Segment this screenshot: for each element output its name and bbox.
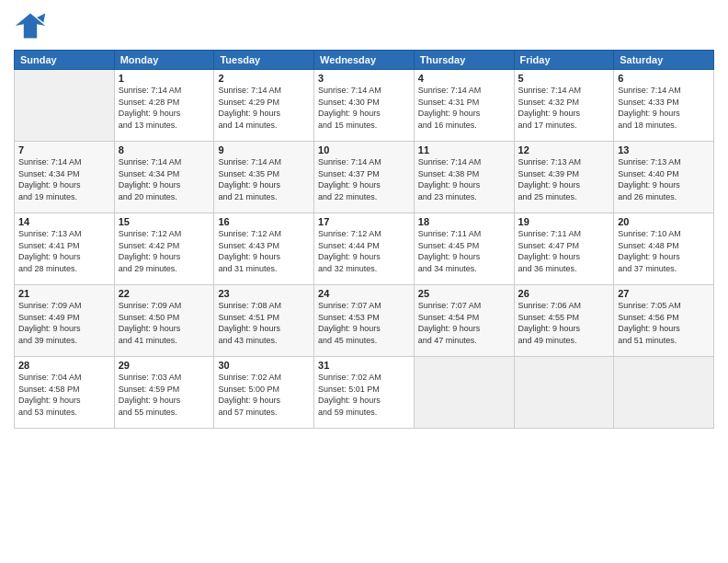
calendar-cell: 23Sunrise: 7:08 AM Sunset: 4:51 PM Dayli… (214, 285, 314, 357)
calendar-cell (614, 357, 714, 429)
calendar-week-0: 1Sunrise: 7:14 AM Sunset: 4:28 PM Daylig… (15, 70, 714, 142)
day-number: 23 (218, 288, 310, 299)
calendar-week-1: 7Sunrise: 7:14 AM Sunset: 4:34 PM Daylig… (15, 142, 714, 213)
day-number: 24 (318, 288, 410, 299)
calendar-cell: 19Sunrise: 7:11 AM Sunset: 4:47 PM Dayli… (514, 213, 614, 285)
calendar-cell: 9Sunrise: 7:14 AM Sunset: 4:35 PM Daylig… (214, 142, 314, 213)
calendar-cell: 7Sunrise: 7:14 AM Sunset: 4:34 PM Daylig… (15, 142, 115, 213)
calendar-cell: 5Sunrise: 7:14 AM Sunset: 4:32 PM Daylig… (514, 70, 614, 142)
day-info: Sunrise: 7:14 AM Sunset: 4:34 PM Dayligh… (18, 156, 110, 202)
day-number: 14 (18, 216, 110, 227)
calendar-cell: 1Sunrise: 7:14 AM Sunset: 4:28 PM Daylig… (114, 70, 214, 142)
day-number: 7 (18, 144, 110, 155)
calendar-cell: 30Sunrise: 7:02 AM Sunset: 5:00 PM Dayli… (214, 357, 314, 429)
day-number: 12 (518, 144, 610, 155)
calendar-cell: 27Sunrise: 7:05 AM Sunset: 4:56 PM Dayli… (614, 285, 714, 357)
day-info: Sunrise: 7:06 AM Sunset: 4:55 PM Dayligh… (518, 300, 610, 346)
calendar-cell: 20Sunrise: 7:10 AM Sunset: 4:48 PM Dayli… (614, 213, 714, 285)
day-number: 16 (218, 216, 310, 227)
calendar-cell: 11Sunrise: 7:14 AM Sunset: 4:38 PM Dayli… (414, 142, 514, 213)
day-info: Sunrise: 7:14 AM Sunset: 4:31 PM Dayligh… (418, 85, 510, 131)
day-number: 25 (418, 288, 510, 299)
calendar-week-2: 14Sunrise: 7:13 AM Sunset: 4:41 PM Dayli… (15, 213, 714, 285)
day-number: 13 (618, 144, 710, 155)
day-info: Sunrise: 7:03 AM Sunset: 4:59 PM Dayligh… (119, 372, 210, 418)
weekday-header-friday: Friday (514, 51, 614, 70)
day-number: 3 (318, 73, 410, 84)
day-info: Sunrise: 7:12 AM Sunset: 4:44 PM Dayligh… (318, 228, 410, 274)
weekday-header-row: SundayMondayTuesdayWednesdayThursdayFrid… (15, 51, 714, 70)
day-info: Sunrise: 7:09 AM Sunset: 4:50 PM Dayligh… (119, 300, 210, 346)
day-info: Sunrise: 7:14 AM Sunset: 4:33 PM Dayligh… (618, 85, 710, 131)
day-info: Sunrise: 7:14 AM Sunset: 4:28 PM Dayligh… (119, 85, 210, 131)
day-info: Sunrise: 7:12 AM Sunset: 4:42 PM Dayligh… (119, 228, 210, 274)
day-number: 29 (119, 360, 210, 371)
day-number: 10 (318, 144, 410, 155)
day-info: Sunrise: 7:11 AM Sunset: 4:47 PM Dayligh… (518, 228, 610, 274)
day-number: 1 (119, 73, 210, 84)
day-info: Sunrise: 7:02 AM Sunset: 5:00 PM Dayligh… (218, 372, 310, 418)
calendar-cell: 15Sunrise: 7:12 AM Sunset: 4:42 PM Dayli… (114, 213, 214, 285)
day-number: 22 (119, 288, 210, 299)
calendar-header: SundayMondayTuesdayWednesdayThursdayFrid… (15, 51, 714, 70)
weekday-header-thursday: Thursday (414, 51, 514, 70)
weekday-header-tuesday: Tuesday (214, 51, 314, 70)
calendar-cell: 24Sunrise: 7:07 AM Sunset: 4:53 PM Dayli… (314, 285, 415, 357)
day-number: 5 (518, 73, 610, 84)
day-number: 19 (518, 216, 610, 227)
day-info: Sunrise: 7:08 AM Sunset: 4:51 PM Dayligh… (218, 300, 310, 346)
day-info: Sunrise: 7:13 AM Sunset: 4:41 PM Dayligh… (18, 228, 110, 274)
calendar-cell: 22Sunrise: 7:09 AM Sunset: 4:50 PM Dayli… (114, 285, 214, 357)
calendar-cell (514, 357, 614, 429)
day-info: Sunrise: 7:14 AM Sunset: 4:37 PM Dayligh… (318, 156, 410, 202)
calendar-cell: 14Sunrise: 7:13 AM Sunset: 4:41 PM Dayli… (15, 213, 115, 285)
calendar-cell: 17Sunrise: 7:12 AM Sunset: 4:44 PM Dayli… (314, 213, 415, 285)
day-number: 8 (119, 144, 210, 155)
calendar-cell: 31Sunrise: 7:02 AM Sunset: 5:01 PM Dayli… (314, 357, 415, 429)
day-info: Sunrise: 7:05 AM Sunset: 4:56 PM Dayligh… (618, 300, 710, 346)
day-number: 20 (618, 216, 710, 227)
calendar-body: 1Sunrise: 7:14 AM Sunset: 4:28 PM Daylig… (15, 70, 714, 429)
day-info: Sunrise: 7:09 AM Sunset: 4:49 PM Dayligh… (18, 300, 110, 346)
day-info: Sunrise: 7:12 AM Sunset: 4:43 PM Dayligh… (218, 228, 310, 274)
day-number: 26 (518, 288, 610, 299)
calendar-cell: 18Sunrise: 7:11 AM Sunset: 4:45 PM Dayli… (414, 213, 514, 285)
day-number: 28 (18, 360, 110, 371)
calendar-table: SundayMondayTuesdayWednesdayThursdayFrid… (14, 50, 714, 429)
day-info: Sunrise: 7:13 AM Sunset: 4:39 PM Dayligh… (518, 156, 610, 202)
day-info: Sunrise: 7:07 AM Sunset: 4:53 PM Dayligh… (318, 300, 410, 346)
day-number: 9 (218, 144, 310, 155)
day-number: 2 (218, 73, 310, 84)
day-info: Sunrise: 7:14 AM Sunset: 4:34 PM Dayligh… (119, 156, 210, 202)
day-number: 30 (218, 360, 310, 371)
day-info: Sunrise: 7:14 AM Sunset: 4:30 PM Dayligh… (318, 85, 410, 131)
header (14, 9, 714, 42)
day-info: Sunrise: 7:11 AM Sunset: 4:45 PM Dayligh… (418, 228, 510, 274)
day-info: Sunrise: 7:10 AM Sunset: 4:48 PM Dayligh… (618, 228, 710, 274)
day-info: Sunrise: 7:14 AM Sunset: 4:32 PM Dayligh… (518, 85, 610, 131)
calendar-cell: 6Sunrise: 7:14 AM Sunset: 4:33 PM Daylig… (614, 70, 714, 142)
day-info: Sunrise: 7:14 AM Sunset: 4:35 PM Dayligh… (218, 156, 310, 202)
logo-icon (14, 9, 47, 42)
day-number: 4 (418, 73, 510, 84)
day-number: 21 (18, 288, 110, 299)
day-number: 17 (318, 216, 410, 227)
logo (14, 9, 47, 42)
day-number: 11 (418, 144, 510, 155)
calendar-cell: 10Sunrise: 7:14 AM Sunset: 4:37 PM Dayli… (314, 142, 415, 213)
day-info: Sunrise: 7:13 AM Sunset: 4:40 PM Dayligh… (618, 156, 710, 202)
page: SundayMondayTuesdayWednesdayThursdayFrid… (0, 0, 728, 563)
calendar-cell: 2Sunrise: 7:14 AM Sunset: 4:29 PM Daylig… (214, 70, 314, 142)
day-info: Sunrise: 7:14 AM Sunset: 4:29 PM Dayligh… (218, 85, 310, 131)
calendar-cell (414, 357, 514, 429)
calendar-cell: 28Sunrise: 7:04 AM Sunset: 4:58 PM Dayli… (15, 357, 115, 429)
weekday-header-wednesday: Wednesday (314, 51, 415, 70)
weekday-header-saturday: Saturday (614, 51, 714, 70)
calendar-cell: 26Sunrise: 7:06 AM Sunset: 4:55 PM Dayli… (514, 285, 614, 357)
calendar-cell: 21Sunrise: 7:09 AM Sunset: 4:49 PM Dayli… (15, 285, 115, 357)
calendar-cell: 29Sunrise: 7:03 AM Sunset: 4:59 PM Dayli… (114, 357, 214, 429)
weekday-header-monday: Monday (114, 51, 214, 70)
weekday-header-sunday: Sunday (15, 51, 115, 70)
calendar-week-3: 21Sunrise: 7:09 AM Sunset: 4:49 PM Dayli… (15, 285, 714, 357)
calendar-cell (15, 70, 115, 142)
